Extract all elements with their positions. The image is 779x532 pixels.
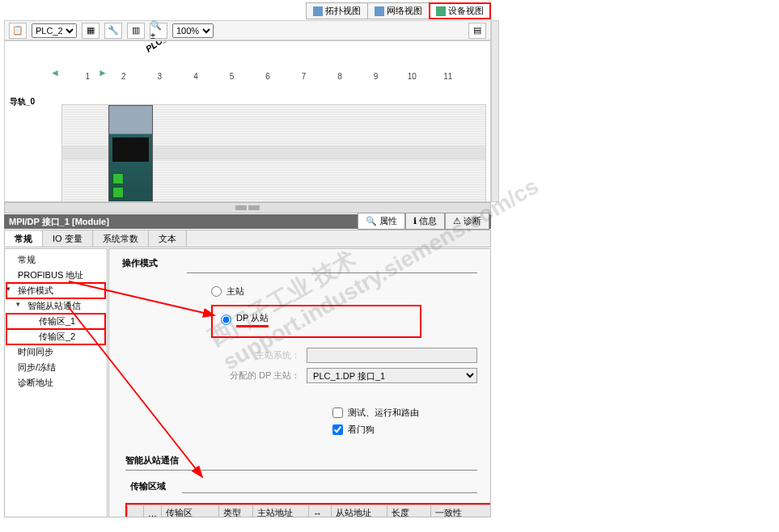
radio-dpslave-label: DP 从站 <box>236 312 269 327</box>
port-1[interactable] <box>112 173 124 184</box>
arrow-right-icon: ► <box>98 67 108 78</box>
tab-network-label: 网络视图 <box>387 5 422 17</box>
radio-master-label: 主站 <box>227 285 244 298</box>
assigned-master-select[interactable]: PLC_1.DP 接口_1 <box>307 368 477 383</box>
property-content: 操作模式 主站 DP 从站 主站系统： 分配的 DP 主站：PLC_1.DP 接… <box>108 248 491 517</box>
master-system-field <box>307 348 477 363</box>
horizontal-splitter[interactable] <box>4 202 491 213</box>
hw-catalog-handle[interactable] <box>491 20 499 202</box>
dpslave-highlight: DP 从站 <box>211 305 421 338</box>
section-opmode-title: 操作模式 <box>122 257 477 269</box>
mt-sysconst[interactable]: 系统常数 <box>93 230 149 247</box>
device-canvas[interactable]: PLC_2 ◄ ► 1 2 3 4 5 6 7 8 9 10 11 导轨_0 <box>4 40 491 202</box>
nav-opmode[interactable]: 操作模式 <box>6 283 105 298</box>
chk-watchdog-label: 看门狗 <box>348 424 375 436</box>
col-len[interactable]: 长度 <box>387 505 430 518</box>
nav-islave[interactable]: 智能从站通信 <box>6 298 105 314</box>
device-rail[interactable] <box>61 104 486 202</box>
toggle-labels-icon[interactable]: 🔧 <box>104 23 122 39</box>
device-label: PLC_2 <box>144 40 172 54</box>
nav-general[interactable]: 常规 <box>6 252 105 268</box>
transfer-table-highlight: … 传输区 类型 主站地址 ↔ 从站地址 长度 一致性 1 传输区_1 MS Q… <box>125 503 491 517</box>
mt-text[interactable]: 文本 <box>149 230 187 247</box>
plc-module[interactable] <box>108 105 153 202</box>
nav-txarea2[interactable]: 传输区_2 <box>6 329 105 344</box>
network-icon <box>375 6 384 16</box>
ptab-info[interactable]: ℹ信息 <box>405 213 445 230</box>
tab-topology-label: 拓扑视图 <box>325 5 361 17</box>
mt-general[interactable]: 常规 <box>5 230 43 247</box>
chk-test-route[interactable] <box>332 407 343 418</box>
zoom-icon[interactable]: 🔍± <box>150 23 167 39</box>
slot-scale: 1 2 3 4 5 6 7 8 9 10 11 <box>70 72 466 81</box>
tab-topology[interactable]: 拓扑视图 <box>307 3 368 19</box>
radio-dpslave[interactable] <box>221 315 231 325</box>
device-toolbar: 📋 PLC_2 ▦ 🔧 ▥ 🔍± 100% ▤ <box>4 20 491 40</box>
property-navtree: 常规 PROFIBUS 地址 操作模式 智能从站通信 传输区_1 传输区_2 时… <box>4 248 108 517</box>
section-islave-title: 智能从站通信 <box>125 454 477 467</box>
nav-profibus[interactable]: PROFIBUS 地址 <box>6 268 105 283</box>
view-tabs: 拓扑视图 网络视图 设备视图 <box>306 2 491 19</box>
mt-iovars[interactable]: IO 变量 <box>43 230 93 247</box>
show-address-icon[interactable]: ▦ <box>82 23 99 39</box>
device-list-icon[interactable]: 📋 <box>9 23 27 39</box>
col-master[interactable]: 主站地址 <box>252 505 308 518</box>
rail-label: 导轨_0 <box>10 96 35 108</box>
col-slave[interactable]: 从站地址 <box>331 505 387 518</box>
zoom-select[interactable]: 100% <box>172 23 214 38</box>
arrow-left-icon: ◄ <box>50 67 60 78</box>
ptab-properties[interactable]: 🔍属性 <box>358 213 405 230</box>
device-select[interactable]: PLC_2 <box>32 23 77 38</box>
property-tabs: 常规 IO 变量 系统常数 文本 <box>4 230 491 247</box>
master-system-label: 主站系统： <box>211 349 300 361</box>
inspector-tabs: 🔍属性 ℹ信息 ⚠诊断 <box>358 213 489 230</box>
nav-timesync[interactable]: 时间同步 <box>6 344 105 360</box>
device-icon <box>436 6 446 16</box>
transfer-area-title: 传输区域 <box>130 480 477 492</box>
tab-network[interactable]: 网络视图 <box>368 3 430 19</box>
palette-icon[interactable]: ▤ <box>468 23 486 39</box>
col-dir[interactable]: ↔ <box>309 505 332 518</box>
radio-master[interactable] <box>211 286 222 297</box>
topology-icon <box>313 6 323 16</box>
chk-test-route-label: 测试、运行和路由 <box>348 407 419 419</box>
transfer-table[interactable]: … 传输区 类型 主站地址 ↔ 从站地址 长度 一致性 1 传输区_1 MS Q… <box>127 505 491 517</box>
col-type[interactable]: 类型 <box>219 505 253 518</box>
chk-watchdog[interactable] <box>332 424 343 435</box>
ptab-diag[interactable]: ⚠诊断 <box>445 213 489 230</box>
port-2[interactable] <box>112 187 124 198</box>
col-area[interactable]: 传输区 <box>162 505 219 518</box>
assigned-master-label: 分配的 DP 主站： <box>211 369 300 382</box>
nav-txarea1[interactable]: 传输区_1 <box>6 314 105 329</box>
tab-device-label: 设备视图 <box>448 5 484 17</box>
nav-syncfreeze[interactable]: 同步/冻结 <box>6 360 105 375</box>
col-consist[interactable]: 一致性 <box>430 505 491 518</box>
tab-device[interactable]: 设备视图 <box>430 3 490 19</box>
nav-diagaddr[interactable]: 诊断地址 <box>6 375 105 391</box>
grid-icon[interactable]: ▥ <box>127 23 145 39</box>
